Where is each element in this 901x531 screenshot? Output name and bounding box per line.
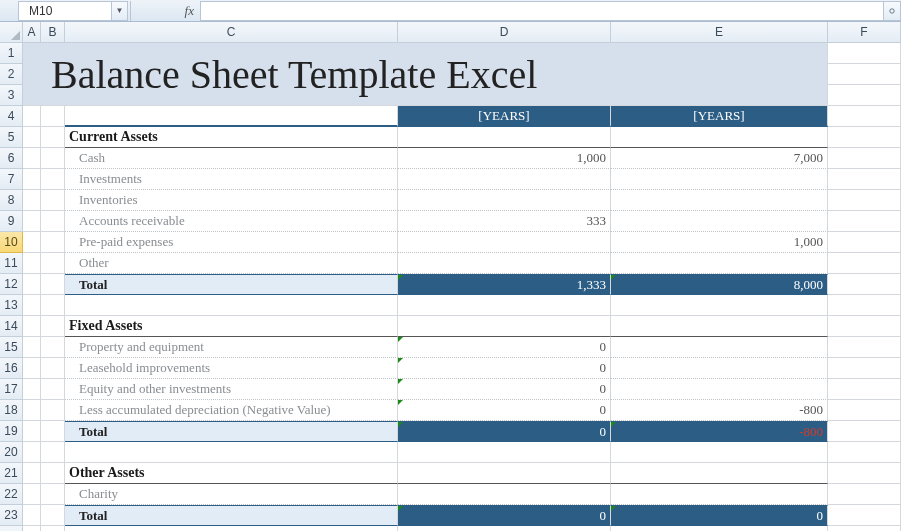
row-header-16[interactable]: 16 bbox=[0, 358, 23, 379]
item-other[interactable]: Other bbox=[65, 253, 398, 274]
cell-B5[interactable] bbox=[41, 127, 65, 148]
col-header-B[interactable]: B bbox=[41, 22, 65, 43]
col-header-F[interactable]: F bbox=[828, 22, 901, 43]
years-header-e[interactable]: [YEARS] bbox=[611, 106, 828, 127]
cell-A9[interactable] bbox=[23, 211, 41, 232]
item-cash[interactable]: Cash bbox=[65, 148, 398, 169]
item-equity-e[interactable] bbox=[611, 379, 828, 400]
item-inventories-e[interactable] bbox=[611, 190, 828, 211]
name-box[interactable]: M10 ▼ bbox=[18, 1, 128, 21]
row-header-17[interactable]: 17 bbox=[0, 379, 23, 400]
cell-F5[interactable] bbox=[828, 127, 901, 148]
cell-E20[interactable] bbox=[611, 442, 828, 463]
cell-B9[interactable] bbox=[41, 211, 65, 232]
item-depr-e[interactable]: -800 bbox=[611, 400, 828, 421]
cell-A21[interactable] bbox=[23, 463, 41, 484]
cell-D21[interactable] bbox=[398, 463, 611, 484]
total-other-label[interactable]: Total bbox=[65, 505, 398, 526]
item-ar-d[interactable]: 333 bbox=[398, 211, 611, 232]
cell-A8[interactable] bbox=[23, 190, 41, 211]
item-property-e[interactable] bbox=[611, 337, 828, 358]
total-other-e[interactable]: 0 bbox=[611, 505, 828, 526]
cell-B17[interactable] bbox=[41, 379, 65, 400]
row-header-18[interactable]: 18 bbox=[0, 400, 23, 421]
col-header-D[interactable]: D bbox=[398, 22, 611, 43]
col-header-E[interactable]: E bbox=[611, 22, 828, 43]
cell-A17[interactable] bbox=[23, 379, 41, 400]
row-header-5[interactable]: 5 bbox=[0, 127, 23, 148]
cell-A7[interactable] bbox=[23, 169, 41, 190]
item-inventories[interactable]: Inventories bbox=[65, 190, 398, 211]
cell-F21[interactable] bbox=[828, 463, 901, 484]
cell-E24[interactable] bbox=[611, 526, 828, 531]
row-header-20[interactable]: 20 bbox=[0, 442, 23, 463]
cell-B7[interactable] bbox=[41, 169, 65, 190]
row-header-12[interactable]: 12 bbox=[0, 274, 23, 295]
item-prepaid[interactable]: Pre-paid expenses bbox=[65, 232, 398, 253]
cell-A5[interactable] bbox=[23, 127, 41, 148]
cell-D13[interactable] bbox=[398, 295, 611, 316]
item-property-d[interactable]: 0 bbox=[398, 337, 611, 358]
item-equity-d[interactable]: 0 bbox=[398, 379, 611, 400]
item-investments-d[interactable] bbox=[398, 169, 611, 190]
cell-A13[interactable] bbox=[23, 295, 41, 316]
name-box-dropdown-icon[interactable]: ▼ bbox=[111, 2, 127, 20]
cell-C24[interactable] bbox=[65, 526, 398, 531]
cell-E21[interactable] bbox=[611, 463, 828, 484]
cell-F14[interactable] bbox=[828, 316, 901, 337]
total-fixed-d[interactable]: 0 bbox=[398, 421, 611, 442]
item-depr-d[interactable]: 0 bbox=[398, 400, 611, 421]
cell-F10[interactable] bbox=[828, 232, 901, 253]
cell-C13[interactable] bbox=[65, 295, 398, 316]
years-header-d[interactable]: [YEARS] bbox=[398, 106, 611, 127]
cell-A12[interactable] bbox=[23, 274, 41, 295]
cell-B22[interactable] bbox=[41, 484, 65, 505]
row-header-2[interactable]: 2 bbox=[0, 64, 23, 85]
item-cash-d[interactable]: 1,000 bbox=[398, 148, 611, 169]
cell-A16[interactable] bbox=[23, 358, 41, 379]
item-cash-e[interactable]: 7,000 bbox=[611, 148, 828, 169]
cell-A10[interactable] bbox=[23, 232, 41, 253]
cell-B14[interactable] bbox=[41, 316, 65, 337]
item-leasehold[interactable]: Leasehold improvements bbox=[65, 358, 398, 379]
fx-icon[interactable]: fx bbox=[185, 3, 194, 19]
cell-B16[interactable] bbox=[41, 358, 65, 379]
total-other-d[interactable]: 0 bbox=[398, 505, 611, 526]
cell-F9[interactable] bbox=[828, 211, 901, 232]
cell-F12[interactable] bbox=[828, 274, 901, 295]
cell-F20[interactable] bbox=[828, 442, 901, 463]
cell-B12[interactable] bbox=[41, 274, 65, 295]
cell-C4[interactable] bbox=[65, 106, 398, 127]
cell-A18[interactable] bbox=[23, 400, 41, 421]
cell-F6[interactable] bbox=[828, 148, 901, 169]
cell-A20[interactable] bbox=[23, 442, 41, 463]
item-investments-e[interactable] bbox=[611, 169, 828, 190]
cell-F23[interactable] bbox=[828, 505, 901, 526]
cell-A19[interactable] bbox=[23, 421, 41, 442]
cell-B4[interactable] bbox=[41, 106, 65, 127]
cell-F22[interactable] bbox=[828, 484, 901, 505]
item-charity[interactable]: Charity bbox=[65, 484, 398, 505]
row-header-9[interactable]: 9 bbox=[0, 211, 23, 232]
item-prepaid-d[interactable] bbox=[398, 232, 611, 253]
item-inventories-d[interactable] bbox=[398, 190, 611, 211]
cell-B6[interactable] bbox=[41, 148, 65, 169]
col-header-C[interactable]: C bbox=[65, 22, 398, 43]
item-charity-d[interactable] bbox=[398, 484, 611, 505]
item-charity-e[interactable] bbox=[611, 484, 828, 505]
cell-D24[interactable] bbox=[398, 526, 611, 531]
formula-bar-expand-icon[interactable] bbox=[883, 1, 901, 21]
row-header-23[interactable]: 23 bbox=[0, 505, 23, 526]
cell-F11[interactable] bbox=[828, 253, 901, 274]
item-ar-e[interactable] bbox=[611, 211, 828, 232]
row-header-7[interactable]: 7 bbox=[0, 169, 23, 190]
row-header-11[interactable]: 11 bbox=[0, 253, 23, 274]
cell-F18[interactable] bbox=[828, 400, 901, 421]
cell-F16[interactable] bbox=[828, 358, 901, 379]
formula-input[interactable] bbox=[200, 1, 883, 21]
item-other-d[interactable] bbox=[398, 253, 611, 274]
cell-F1[interactable] bbox=[828, 43, 901, 64]
cell-A4[interactable] bbox=[23, 106, 41, 127]
row-header-21[interactable]: 21 bbox=[0, 463, 23, 484]
cell-B10[interactable] bbox=[41, 232, 65, 253]
